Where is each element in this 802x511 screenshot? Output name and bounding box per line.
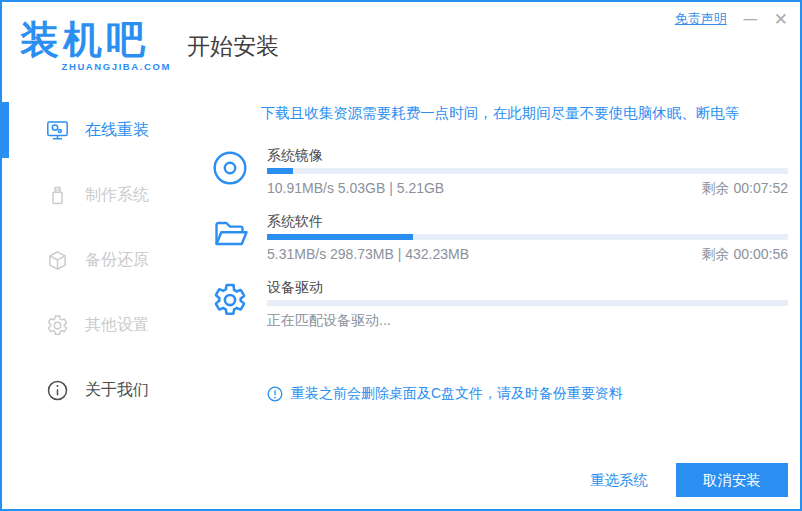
active-indicator bbox=[2, 102, 9, 158]
backup-warning: 重装之前会删除桌面及C盘文件，请及时备份重要资料 bbox=[267, 385, 788, 403]
sidebar-item-label: 在线重装 bbox=[85, 120, 149, 141]
close-button[interactable]: ✕ bbox=[774, 11, 788, 28]
sidebar-item-label: 制作系统 bbox=[85, 185, 149, 206]
progress-bar bbox=[267, 300, 788, 306]
sidebar-item-label: 其他设置 bbox=[85, 315, 149, 336]
progress-fill bbox=[267, 234, 413, 240]
progress-bar bbox=[267, 234, 788, 240]
task-stats: 正在匹配设备驱动... bbox=[267, 312, 391, 328]
alert-circle-icon bbox=[267, 386, 283, 402]
sidebar-item-online-reinstall[interactable]: 在线重装 bbox=[2, 98, 187, 163]
folder-icon bbox=[212, 216, 248, 252]
disclaimer-link[interactable]: 免责声明 bbox=[675, 10, 727, 28]
cancel-install-button[interactable]: 取消安装 bbox=[676, 463, 788, 497]
sidebar-item-about-us[interactable]: 关于我们 bbox=[2, 358, 187, 423]
app-window: 免责声明 — ✕ 装机吧 ZHUANGJIBA.COM 开始安装 在线重装 bbox=[0, 0, 802, 511]
layout: 在线重装 制作系统 备份还原 其他设置 bbox=[2, 90, 800, 509]
usb-icon bbox=[46, 184, 69, 207]
disc-icon bbox=[212, 150, 248, 186]
logo-brand-text: 装机吧 bbox=[20, 20, 171, 61]
logo-domain-text: ZHUANGJIBA.COM bbox=[20, 61, 171, 72]
download-notice: 下载且收集资源需要耗费一点时间，在此期间尽量不要使电脑休眠、断电等 bbox=[212, 104, 788, 123]
task-stats: 10.91MB/s 5.03GB | 5.21GB bbox=[267, 180, 444, 196]
task-remaining: 剩余 00:00:56 bbox=[702, 246, 788, 262]
gear-icon bbox=[212, 282, 248, 318]
sidebar-item-make-system[interactable]: 制作系统 bbox=[2, 163, 187, 228]
task-title: 系统软件 bbox=[267, 213, 788, 229]
sidebar-item-label: 备份还原 bbox=[85, 250, 149, 271]
progress-fill bbox=[267, 168, 293, 174]
task-list: 系统镜像 10.91MB/s 5.03GB | 5.21GB 剩余 00:07:… bbox=[212, 147, 788, 328]
task-stats: 5.31MB/s 298.73MB | 432.23MB bbox=[267, 246, 469, 262]
task-device-driver: 设备驱动 正在匹配设备驱动... bbox=[212, 279, 788, 328]
titlebar-actions: 免责声明 — ✕ bbox=[675, 10, 788, 28]
main-panel: 下载且收集资源需要耗费一点时间，在此期间尽量不要使电脑休眠、断电等 系统镜像 1… bbox=[187, 90, 800, 509]
backup-box-icon bbox=[46, 249, 69, 272]
sidebar-item-other-settings[interactable]: 其他设置 bbox=[2, 293, 187, 358]
footer-actions: 重选系统 取消安装 bbox=[590, 463, 788, 497]
progress-bar bbox=[267, 168, 788, 174]
sidebar-item-label: 关于我们 bbox=[85, 380, 149, 401]
task-title: 设备驱动 bbox=[267, 279, 788, 295]
task-title: 系统镜像 bbox=[267, 147, 788, 163]
reselect-system-button[interactable]: 重选系统 bbox=[590, 471, 648, 490]
task-remaining: 剩余 00:07:52 bbox=[702, 180, 788, 196]
task-system-software: 系统软件 5.31MB/s 298.73MB | 432.23MB 剩余 00:… bbox=[212, 213, 788, 262]
task-system-image: 系统镜像 10.91MB/s 5.03GB | 5.21GB 剩余 00:07:… bbox=[212, 147, 788, 196]
info-icon bbox=[46, 379, 69, 402]
sidebar-item-backup-restore[interactable]: 备份还原 bbox=[2, 228, 187, 293]
page-title: 开始安装 bbox=[187, 31, 279, 62]
sidebar: 在线重装 制作系统 备份还原 其他设置 bbox=[2, 90, 187, 509]
gear-icon bbox=[46, 314, 69, 337]
backup-warning-text: 重装之前会删除桌面及C盘文件，请及时备份重要资料 bbox=[291, 385, 623, 403]
minimize-button[interactable]: — bbox=[743, 12, 758, 27]
monitor-icon bbox=[46, 119, 69, 142]
app-logo: 装机吧 ZHUANGJIBA.COM bbox=[2, 20, 171, 73]
